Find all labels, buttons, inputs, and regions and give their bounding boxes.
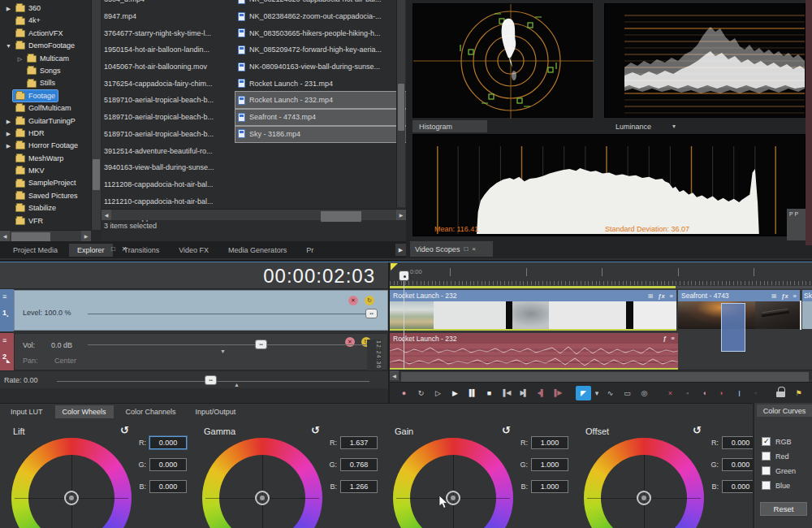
reset-button[interactable]: Reset [760,502,807,516]
pan-crop-icon[interactable]: ⊞ [648,292,653,300]
file-item[interactable]: 5189710-aerial-tropical-beach-b... [104,109,234,126]
file-item[interactable]: 3912514-adventure-beautiful-ro... [104,142,234,159]
color-wheel[interactable] [202,438,322,528]
file-item[interactable]: 1950154-hot-air-balloon-landin... [104,41,234,58]
level-slider-handle[interactable]: ▪▪ [365,309,378,318]
color-tab[interactable]: Color Channels [119,405,184,418]
wheel-puck[interactable] [637,491,651,505]
file-item[interactable]: NK_082124620-cappadocia-hot-air-bal... [235,0,406,8]
tree-item[interactable]: ▶ Horror Footage [0,140,102,152]
expand-arrow-icon[interactable]: ▶ [4,140,13,152]
loop-region-bar[interactable] [390,286,676,288]
blue-value-field[interactable]: 1.000 [531,480,568,493]
record-arm-button[interactable]: ● [396,386,412,400]
track-menu-icon[interactable]: ≡ [2,292,6,301]
tree-item[interactable]: Footage [0,90,102,102]
file-item[interactable]: Rocket Launch - 232.mp4 [235,92,406,109]
play-from-start-button[interactable]: ▷ [430,386,446,400]
track-menu-icon[interactable]: ≡ [2,336,6,344]
playhead-handle[interactable] [399,270,409,281]
clip-menu-icon[interactable]: ≡ [670,292,673,300]
tree-item[interactable]: MKV [0,165,102,177]
video-clip-sky[interactable]: Sky - [802,290,812,301]
window-icon[interactable]: □ [111,245,115,253]
scroll-right-icon[interactable]: ▶ [396,210,406,220]
clip-menu-icon[interactable]: ≡ [672,335,675,342]
file-item[interactable]: 3764677-starry-night-sky-time-l... [104,24,234,41]
file-item[interactable]: NK_082384862-zoom-out-cappadocia-... [235,8,406,25]
tree-item[interactable]: ActionVFX [0,28,102,40]
envelope-bars-button[interactable]: ||| [731,386,746,400]
file-item[interactable]: 8947.mp4 [104,8,234,25]
event-fx-icon[interactable]: ƒx [781,292,788,300]
level-slider[interactable] [88,314,374,314]
file-item[interactable]: 3176254-cappadocia-fairy-chim... [104,75,234,92]
video-clip-thumbnails[interactable] [390,301,676,329]
volume-slider-handle[interactable]: ▪▪ [255,340,267,349]
tree-item[interactable]: SampleProject [0,177,102,189]
chevron-down-icon[interactable]: ▾ [672,123,676,130]
timeline-horizontal-scrollbar[interactable]: ◀ [390,370,812,380]
audio-clip-rocket-launch[interactable]: Rocket Launch - 232 ƒ ≡ [390,333,678,370]
tree-item[interactable]: Saved Pictures [0,190,102,202]
trim-button[interactable]: ▪ [680,386,695,400]
green-value-field[interactable]: 0.000 [149,458,187,471]
previous-frame-button[interactable]: ◀▌ [533,386,548,400]
file-item[interactable]: 3940163-view-ball-during-sunse... [104,159,234,176]
histogram-selector[interactable]: Histogram [412,120,487,132]
tree-item[interactable]: VFR [0,215,102,227]
playhead-line[interactable] [404,281,404,382]
tree-item[interactable]: ▶ 360 [0,2,102,15]
green-value-field[interactable]: 1.000 [531,458,568,471]
close-icon[interactable]: × [472,245,476,253]
channel-checkbox[interactable]: Green [762,466,796,475]
file-item[interactable]: NK_083503665-hikers-people-hiking-h... [235,24,406,41]
loop-playback-button[interactable]: ↻ [413,386,429,400]
color-tab[interactable]: Input/Output [188,405,244,418]
event-fx-icon[interactable]: ƒ [663,335,666,342]
file-item[interactable]: NK-080940163-view-ball-during-sunse... [235,58,406,76]
timecode-display[interactable]: 00:00:02:03 [263,265,375,288]
marker-flag-icon[interactable] [391,263,398,270]
dock-tab[interactable]: Explorer [69,244,113,257]
tree-vertical-scrollbar[interactable] [91,0,101,230]
file-item[interactable]: Seafront - 4743.mp4 [235,109,406,126]
selection-tool-button[interactable]: ▭ [620,386,635,400]
volume-slider[interactable] [88,344,370,345]
loop-region-track[interactable] [676,286,812,288]
play-button[interactable]: ▶ [447,386,463,400]
event-fx-icon[interactable]: ƒx [658,292,664,300]
red-value-field[interactable]: 0.000 [149,436,187,449]
tree-item[interactable]: ▶ HDR [0,128,102,140]
scroll-left-icon[interactable]: ◀ [102,210,111,220]
envelope-tool-button[interactable]: ∿ [603,386,618,400]
edit-tool-dropdown[interactable]: ▾ [593,386,601,400]
marker-flag-button[interactable]: ⚑ [791,386,806,400]
next-frame-button[interactable]: ▌▶ [550,386,565,400]
file-item[interactable]: 1121210-cappadocia-hot-air-bal... [104,193,234,210]
file-item[interactable]: 1121208-cappadocia-hot-air-bal... [104,176,234,193]
go-to-start-button[interactable]: ▌◀ [499,386,514,400]
dock-tab[interactable]: Media Generators [220,244,295,257]
color-wheel[interactable] [584,438,704,528]
dock-tab[interactable]: Project Media [5,244,66,257]
timeline-ruler[interactable]: 0:00 [390,262,812,286]
file-item[interactable]: Rocket Launch - 231.mp4 [235,75,406,92]
audio-track-header[interactable]: ≡ 2 ◣ ✕ ↻ Vol: 0.0 dB ▪▪ ▼ Pan: Center [0,333,388,370]
tab-color-curves[interactable]: Color Curves [757,405,812,417]
red-value-field[interactable]: 1.000 [531,436,568,449]
expand-arrow-icon[interactable]: ▼ [4,40,13,52]
scroll-left-icon[interactable]: ◀ [390,370,399,380]
pan-crop-icon[interactable]: ⊞ [771,292,776,300]
delete-button[interactable]: × [663,386,678,400]
file-item[interactable]: Sky - 3186.mp4 [235,126,406,143]
file-item[interactable]: 5189710-aerial-tropical-beach-b... [104,92,234,109]
file-item[interactable]: 1045067-hot-air-ballooning.mov [104,58,234,76]
expand-arrow-icon[interactable]: ▶ [4,128,13,140]
wheel-reset-button[interactable]: ↺ [502,424,511,436]
close-icon[interactable]: × [122,245,127,253]
tree-item[interactable]: GolfMulticam [0,102,102,115]
window-icon[interactable]: □ [464,245,468,253]
pause-button[interactable]: ▌▌ [464,386,480,400]
dock-tab[interactable]: Pr [298,244,322,257]
